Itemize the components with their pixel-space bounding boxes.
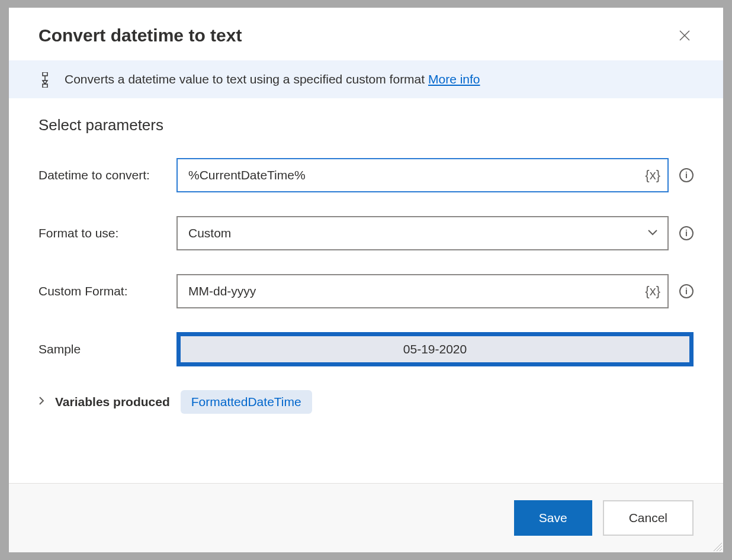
variable-picker-icon[interactable]: {x}	[645, 284, 660, 299]
convert-datetime-dialog: Convert datetime to text Converts a date…	[9, 8, 723, 552]
sample-label: Sample	[38, 342, 166, 356]
datetime-to-convert-row: Datetime to convert: {x} i	[38, 158, 694, 192]
datetime-to-convert-label: Datetime to convert:	[38, 168, 166, 182]
custom-format-input[interactable]	[176, 274, 669, 308]
info-icon[interactable]: i	[679, 168, 694, 182]
variables-produced-row: Variables produced FormattedDateTime	[38, 390, 694, 414]
dialog-header: Convert datetime to text	[9, 8, 723, 60]
close-button[interactable]	[676, 27, 694, 44]
datetime-to-convert-input[interactable]	[176, 158, 669, 192]
chevron-down-icon	[647, 228, 658, 239]
svg-rect-0	[43, 72, 47, 76]
format-select-wrapper: Custom	[176, 216, 669, 250]
dialog-footer: Save Cancel	[9, 483, 723, 552]
banner-text: Converts a datetime value to text using …	[65, 72, 480, 86]
dialog-content: Select parameters Datetime to convert: {…	[9, 98, 723, 483]
custom-format-row: Custom Format: {x} i	[38, 274, 694, 308]
resize-handle[interactable]	[714, 543, 722, 551]
more-info-link[interactable]: More info	[428, 72, 480, 86]
variable-badge[interactable]: FormattedDateTime	[181, 390, 312, 414]
custom-format-label: Custom Format:	[38, 284, 166, 298]
info-icon[interactable]: i	[679, 226, 694, 240]
save-button[interactable]: Save	[514, 500, 592, 536]
section-title: Select parameters	[38, 116, 694, 134]
variable-picker-icon[interactable]: {x}	[645, 168, 660, 183]
chevron-right-icon[interactable]	[38, 396, 44, 408]
dialog-title: Convert datetime to text	[38, 25, 242, 46]
sample-output: 05-19-2020	[176, 332, 694, 366]
variables-produced-label: Variables produced	[55, 395, 170, 409]
info-icon[interactable]: i	[679, 284, 694, 298]
custom-format-input-wrapper: {x}	[176, 274, 669, 308]
datetime-input-wrapper: {x}	[176, 158, 669, 192]
sample-row: Sample 05-19-2020	[38, 332, 694, 366]
close-icon	[679, 30, 691, 41]
cancel-button[interactable]: Cancel	[603, 500, 694, 536]
format-to-use-row: Format to use: Custom i	[38, 216, 694, 250]
format-to-use-label: Format to use:	[38, 226, 166, 240]
info-banner: Converts a datetime value to text using …	[9, 60, 723, 98]
action-icon	[38, 72, 53, 86]
format-to-use-select[interactable]: Custom	[176, 216, 669, 250]
